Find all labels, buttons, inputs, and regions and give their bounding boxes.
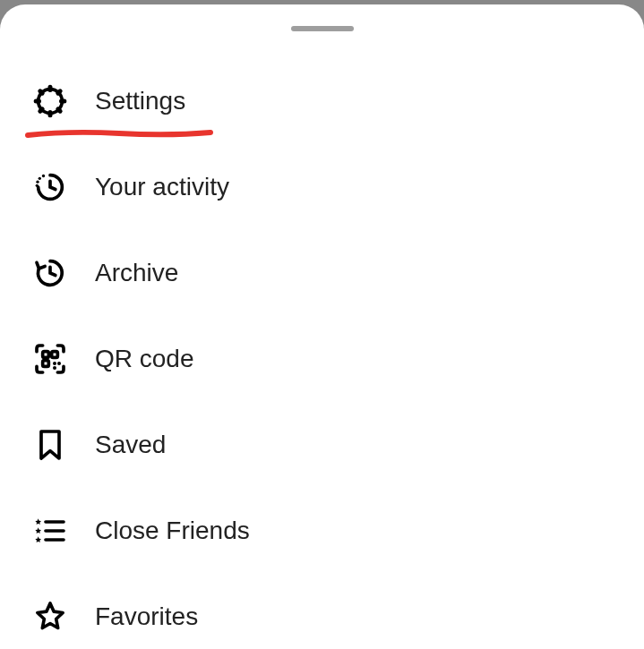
- svg-rect-7: [43, 361, 49, 367]
- bottom-sheet: Settings Your activity: [0, 4, 644, 649]
- menu-item-qr-code[interactable]: QR code: [0, 316, 644, 402]
- archive-icon: [30, 253, 70, 293]
- qr-code-icon: [30, 339, 70, 379]
- annotation-underline: [25, 126, 213, 141]
- menu-item-label: QR code: [95, 345, 194, 373]
- menu-item-label: Favorites: [95, 602, 198, 631]
- menu-item-saved[interactable]: Saved: [0, 402, 644, 488]
- svg-point-8: [53, 362, 56, 365]
- svg-point-1: [39, 177, 41, 180]
- svg-rect-5: [43, 352, 49, 358]
- menu-item-close-friends[interactable]: Close Friends: [0, 488, 644, 574]
- menu-item-label: Your activity: [95, 173, 229, 201]
- menu-item-label: Close Friends: [95, 517, 250, 545]
- svg-rect-6: [52, 352, 58, 358]
- svg-point-10: [57, 362, 61, 365]
- menu-item-archive[interactable]: Archive: [0, 230, 644, 316]
- menu-list: Settings Your activity: [0, 58, 644, 649]
- gear-icon: [30, 81, 70, 121]
- svg-point-4: [42, 175, 45, 177]
- list-star-icon: [30, 511, 70, 551]
- bookmark-icon: [30, 425, 70, 465]
- menu-item-favorites[interactable]: Favorites: [0, 574, 644, 649]
- svg-point-2: [36, 181, 39, 184]
- menu-item-label: Settings: [95, 87, 185, 115]
- activity-icon: [30, 167, 70, 207]
- menu-item-label: Archive: [95, 259, 178, 287]
- menu-item-your-activity[interactable]: Your activity: [0, 144, 644, 230]
- menu-item-label: Saved: [95, 431, 166, 459]
- menu-item-settings[interactable]: Settings: [0, 58, 644, 144]
- drag-handle[interactable]: [291, 26, 354, 31]
- svg-point-3: [36, 184, 39, 187]
- star-icon: [30, 597, 70, 636]
- svg-point-9: [53, 366, 56, 370]
